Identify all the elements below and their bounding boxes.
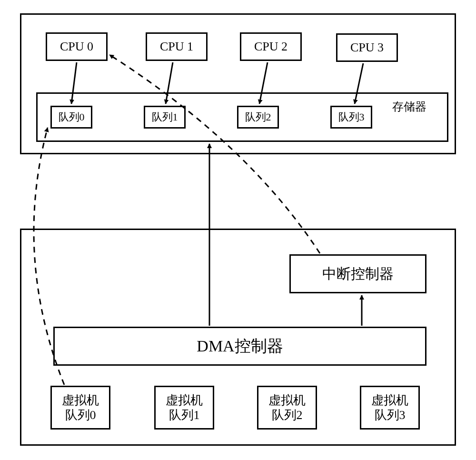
vm-queue-0: 虚拟机 队列0 bbox=[50, 386, 110, 430]
cpu-2: CPU 2 bbox=[240, 32, 302, 61]
queue-2: 队列2 bbox=[237, 106, 279, 129]
cpu-1: CPU 1 bbox=[146, 32, 208, 61]
queue-0: 队列0 bbox=[50, 106, 92, 129]
queue-1-label: 队列1 bbox=[152, 110, 178, 124]
vm-queue-3: 虚拟机 队列3 bbox=[360, 386, 420, 430]
interrupt-controller: 中断控制器 bbox=[289, 254, 426, 293]
memory-label: 存储器 bbox=[392, 99, 426, 114]
vm-queue-1-label: 虚拟机 队列1 bbox=[166, 393, 203, 422]
cpu-1-label: CPU 1 bbox=[160, 40, 193, 54]
cpu-3: CPU 3 bbox=[336, 33, 398, 62]
queue-3-label: 队列3 bbox=[338, 110, 365, 124]
cpu-0-label: CPU 0 bbox=[60, 40, 93, 54]
vm-queue-0-label: 虚拟机 队列0 bbox=[62, 393, 99, 422]
queue-2-label: 队列2 bbox=[245, 110, 271, 124]
cpu-3-label: CPU 3 bbox=[350, 40, 384, 55]
queue-1: 队列1 bbox=[144, 106, 186, 129]
dma-controller: DMA控制器 bbox=[53, 327, 426, 366]
dma-controller-label: DMA控制器 bbox=[197, 335, 283, 357]
cpu-0: CPU 0 bbox=[46, 32, 108, 61]
vm-queue-3-label: 虚拟机 队列3 bbox=[371, 393, 408, 422]
interrupt-controller-label: 中断控制器 bbox=[322, 264, 394, 284]
vm-queue-2: 虚拟机 队列2 bbox=[257, 386, 317, 430]
cpu-2-label: CPU 2 bbox=[254, 40, 288, 54]
vm-queue-1: 虚拟机 队列1 bbox=[154, 386, 214, 430]
queue-0-label: 队列0 bbox=[59, 110, 85, 124]
vm-queue-2-label: 虚拟机 队列2 bbox=[268, 393, 306, 422]
queue-3: 队列3 bbox=[330, 106, 372, 129]
